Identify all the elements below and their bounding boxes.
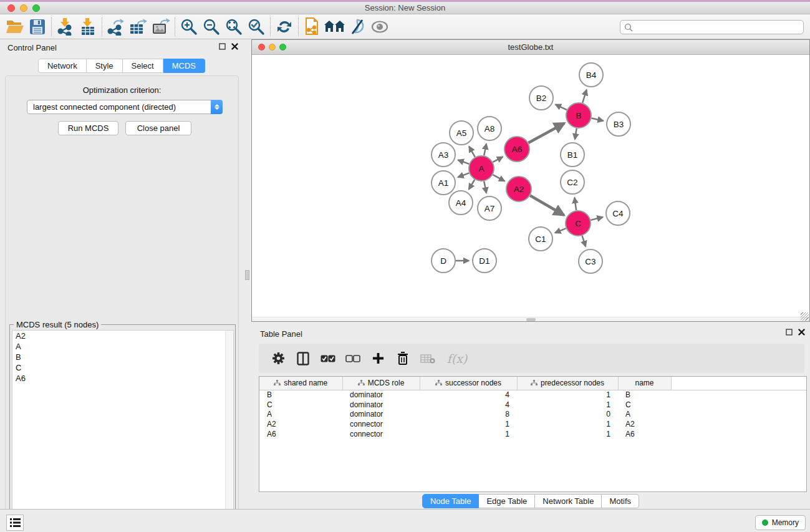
graph-edge-B-B2[interactable] [556, 105, 567, 110]
tab-mcds[interactable]: MCDS [163, 59, 205, 73]
table-cell[interactable]: B [618, 390, 671, 400]
table-row[interactable]: A6connector11A6 [259, 429, 806, 439]
browse-columns-icon[interactable] [295, 349, 311, 368]
import-table-icon[interactable] [77, 16, 99, 37]
tab-style[interactable]: Style [87, 59, 123, 73]
graph-edge-A-A1[interactable] [458, 173, 469, 177]
refresh-icon[interactable] [273, 16, 296, 37]
table-cell[interactable]: B [259, 390, 342, 400]
mcds-result-scrollbar[interactable] [225, 331, 233, 532]
graph-edge-B-B1[interactable] [575, 128, 577, 140]
tab-node-table[interactable]: Node Table [422, 494, 480, 508]
close-panel-button[interactable]: Close panel [125, 121, 191, 135]
graph-edge-A-A2[interactable] [493, 175, 504, 181]
annotation-pen-icon[interactable] [346, 16, 369, 37]
graph-edge-B-B3[interactable] [592, 118, 604, 120]
criterion-dropdown[interactable]: largest connected component (directed) [27, 100, 223, 114]
import-network-icon[interactable] [54, 16, 77, 37]
graph-edge-A-A5[interactable] [469, 147, 475, 157]
search-input[interactable] [635, 22, 803, 32]
table-cell[interactable]: C [259, 400, 342, 410]
table-cell[interactable]: connector [342, 429, 420, 439]
add-column-icon[interactable] [370, 349, 386, 368]
column-header[interactable]: shared name [259, 377, 342, 390]
table-cell[interactable]: 8 [420, 409, 517, 419]
table-cell[interactable]: 0 [517, 409, 618, 419]
table-cell[interactable]: 4 [420, 390, 517, 400]
clear-selection-icon[interactable] [345, 349, 361, 368]
tab-edge-table[interactable]: Edge Table [479, 494, 535, 508]
table-cell[interactable]: 1 [517, 390, 618, 400]
table-cell[interactable]: 1 [517, 419, 618, 429]
cybrowser-home-icon[interactable] [324, 16, 346, 37]
delete-column-icon[interactable] [395, 349, 411, 368]
close-panel-icon[interactable] [798, 329, 805, 336]
resize-grip[interactable] [801, 312, 809, 321]
graph-edge-C-C3[interactable] [582, 236, 586, 246]
table-cell[interactable]: C [618, 400, 671, 410]
graph-edge-C-C4[interactable] [591, 217, 602, 220]
graph-edge-A-A7[interactable] [484, 181, 486, 193]
float-panel-icon[interactable] [786, 329, 793, 336]
table-cell[interactable]: 4 [420, 400, 517, 410]
mcds-result-item[interactable]: A6 [12, 373, 233, 384]
column-header[interactable]: MCDS role [342, 377, 420, 390]
network-hscrollbar[interactable] [252, 317, 809, 321]
mcds-result-item[interactable]: C [12, 362, 233, 373]
graph-edge-B-B4[interactable] [582, 90, 586, 103]
column-header[interactable]: predecessor nodes [517, 377, 618, 390]
mcds-result-list[interactable]: A2ABCA6 [12, 330, 234, 532]
graph-edge-A2-C[interactable] [530, 196, 564, 215]
export-table-icon[interactable] [127, 16, 150, 37]
table-row[interactable]: Adominator80A [259, 409, 806, 419]
show-hide-graphics-icon[interactable] [369, 16, 391, 37]
table-cell[interactable]: 1 [517, 400, 618, 410]
table-cell[interactable]: A2 [259, 419, 342, 429]
table-row[interactable]: Cdominator41C [259, 400, 806, 410]
zoom-out-icon[interactable] [200, 16, 223, 37]
mcds-result-item[interactable]: A [12, 341, 233, 352]
splitpane-handle[interactable] [245, 270, 249, 280]
new-network-from-selection-icon[interactable] [301, 16, 324, 37]
table-cell[interactable]: A6 [259, 429, 342, 439]
table-cell[interactable]: 1 [517, 429, 618, 439]
memory-button[interactable]: Memory [755, 515, 806, 530]
graph-edge-A-A3[interactable] [458, 160, 470, 163]
export-image-icon[interactable] [150, 16, 172, 37]
task-history-button[interactable] [6, 515, 24, 531]
mcds-result-item[interactable]: B [12, 352, 233, 362]
graph-edge-A6-B[interactable] [528, 123, 564, 142]
table-cell[interactable]: A2 [618, 419, 671, 429]
tab-select[interactable]: Select [123, 59, 163, 73]
table-cell[interactable]: A [259, 409, 342, 419]
select-all-icon[interactable] [320, 349, 336, 368]
table-cell[interactable]: A6 [618, 429, 671, 439]
table-cell[interactable]: 1 [420, 429, 517, 439]
tab-network-table[interactable]: Network Table [535, 494, 602, 508]
zoom-in-icon[interactable] [178, 16, 200, 37]
open-file-icon[interactable] [4, 16, 26, 37]
zoom-fit-icon[interactable] [223, 16, 245, 37]
export-network-icon[interactable] [105, 16, 127, 37]
run-mcds-button[interactable]: Run MCDS [58, 121, 118, 135]
network-canvas[interactable]: AA1A2A3A4A5A6A7A8BB1B2B3B4CC1C2C3C4DD1 [252, 56, 809, 321]
table-cell[interactable]: dominator [342, 409, 420, 419]
gear-icon[interactable] [270, 349, 286, 368]
table-row[interactable]: A2connector11A2 [259, 419, 806, 429]
graph-edge-A-A4[interactable] [469, 180, 475, 190]
tab-network[interactable]: Network [38, 59, 87, 73]
graph-edge-C-C1[interactable] [555, 228, 566, 233]
table-cell[interactable]: A [618, 409, 671, 419]
float-panel-icon[interactable] [219, 43, 226, 50]
graph-edge-A-A8[interactable] [484, 143, 486, 155]
table-cell[interactable]: connector [342, 419, 420, 429]
close-panel-icon[interactable] [231, 43, 238, 50]
column-header[interactable]: name [618, 377, 671, 390]
node-table[interactable]: shared nameMCDS rolesuccessor nodesprede… [259, 377, 806, 438]
table-cell[interactable]: dominator [342, 390, 420, 400]
column-header[interactable]: successor nodes [420, 377, 517, 390]
graph-edge-C-C2[interactable] [574, 198, 576, 210]
table-cell[interactable]: 1 [420, 419, 517, 429]
save-session-icon[interactable] [26, 16, 49, 37]
table-cell[interactable]: dominator [342, 400, 420, 410]
